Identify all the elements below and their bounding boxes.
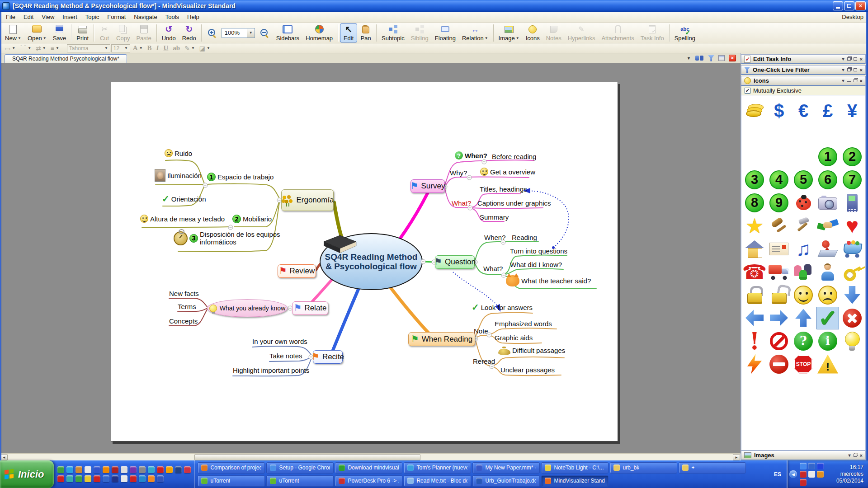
label-turn-into-questions[interactable]: Turn into questions — [510, 247, 567, 255]
quick-launch-icon[interactable] — [157, 475, 164, 482]
quick-launch-icon[interactable] — [103, 466, 109, 473]
quick-launch-icon[interactable] — [148, 466, 155, 473]
flag-white-icon[interactable] — [768, 145, 790, 168]
number-3-icon[interactable]: 3 — [743, 169, 766, 191]
menu-item-help[interactable]: Help — [183, 12, 203, 22]
sidebars-button[interactable]: Sidebars — [273, 23, 302, 42]
envelope-icon[interactable] — [768, 238, 790, 260]
topic-when-reading[interactable]: ⚑When Reading — [408, 332, 475, 346]
smiley-icon[interactable] — [792, 284, 815, 306]
cancel-icon[interactable] — [841, 307, 863, 329]
taskbar-button[interactable]: Comparison of projec... — [198, 462, 265, 474]
print-button[interactable]: Print — [73, 23, 92, 42]
scrollbar-thumb[interactable] — [194, 454, 420, 460]
dropdown-arrow-icon[interactable]: ▼ — [18, 36, 21, 40]
taskbar-button[interactable]: PowerDesk Pro 6 -> ... — [335, 475, 402, 487]
flag-black-icon[interactable] — [743, 122, 766, 145]
quick-launch-icon[interactable] — [121, 466, 127, 473]
stamp-icon[interactable] — [816, 238, 839, 260]
quick-launch-icon[interactable] — [66, 466, 73, 473]
padlock-locked-icon[interactable] — [743, 284, 766, 306]
camera-icon[interactable] — [816, 192, 839, 214]
number-2-icon[interactable]: 2 — [841, 145, 863, 168]
flag-blue-icon[interactable] — [768, 122, 790, 145]
quick-launch-icon[interactable] — [66, 475, 73, 482]
tray-icon[interactable] — [800, 479, 807, 486]
panel-header-icons[interactable]: Icons ▾ × — [741, 76, 866, 86]
arrow-right-icon[interactable] — [768, 307, 790, 329]
arrow-down-icon[interactable] — [841, 284, 863, 306]
label-what-the-teacher-said[interactable]: What the teacher said? — [506, 275, 591, 286]
menu-item-view[interactable]: View — [38, 12, 58, 22]
panel-close-icon[interactable]: × — [860, 67, 863, 73]
tray-chevron-icon[interactable]: ◀ — [789, 470, 797, 478]
handshake-icon[interactable] — [816, 215, 839, 237]
label-emphasized-words[interactable]: Emphasized words — [495, 320, 552, 328]
mobile-phone-icon[interactable] — [841, 192, 863, 214]
topic-question[interactable]: ⚑Question — [435, 255, 475, 269]
panel-close-icon[interactable]: × — [860, 453, 863, 458]
panel-float-icon[interactable] — [847, 57, 851, 61]
label-espacio-de-trabajo[interactable]: 1Espacio de trabajo — [207, 173, 274, 181]
panel-float-icon[interactable] — [854, 454, 857, 457]
panel-dropdown-icon[interactable]: ▾ — [842, 67, 844, 72]
key-icon[interactable] — [841, 261, 863, 283]
quick-launch-icon[interactable] — [57, 466, 64, 473]
label-iluminacion[interactable]: Iluminación — [155, 169, 202, 182]
label-captions-under-graphics[interactable]: Captions under graphics — [477, 199, 551, 207]
quick-launch-icon[interactable] — [75, 475, 82, 482]
quick-launch-icon[interactable] — [139, 475, 146, 482]
exclamation-icon[interactable]: ! — [743, 330, 766, 352]
label-disposicion-de-los-equipos[interactable]: 3Disposición de los equipos informáticos — [174, 230, 286, 246]
menu-item-topic[interactable]: Topic — [81, 12, 103, 22]
panel-float-icon[interactable] — [854, 79, 857, 82]
number-5-icon[interactable]: 5 — [792, 169, 815, 191]
panel-float-icon[interactable] — [847, 68, 851, 71]
menu-item-file[interactable]: File — [2, 12, 19, 22]
save-button[interactable]: Save — [50, 23, 70, 42]
person-icon[interactable] — [816, 261, 839, 283]
number-9-icon[interactable]: 9 — [768, 192, 790, 214]
taskbar-button[interactable]: Tom's Planner (nuevo... — [404, 462, 471, 474]
label-get-a-overview[interactable]: Get a overview — [480, 168, 535, 176]
quick-launch-icon[interactable] — [94, 466, 100, 473]
yen-icon[interactable]: ¥ — [841, 99, 863, 122]
quick-launch-icon[interactable] — [148, 475, 155, 482]
quick-launch-icon[interactable] — [139, 466, 146, 473]
number-6-icon[interactable]: 6 — [816, 169, 839, 191]
central-topic[interactable]: SQ4R Reading Method & Psycohological flo… — [320, 234, 422, 290]
quick-launch-icon[interactable] — [166, 466, 173, 473]
star-icon[interactable]: ★ — [743, 215, 766, 237]
info-icon[interactable]: i — [816, 330, 839, 352]
label-what-survey[interactable]: What? — [452, 199, 471, 207]
lightning-icon[interactable] — [743, 353, 766, 375]
panel-maximize-icon[interactable] — [854, 68, 857, 71]
quick-launch-icon[interactable] — [130, 466, 137, 473]
floating-button[interactable]: Floating — [432, 23, 459, 42]
minus-icon[interactable] — [768, 353, 790, 375]
label-mobiliario[interactable]: 2Mobiliario — [232, 215, 272, 223]
label-reading[interactable]: Reading — [512, 234, 537, 241]
menu-item-edit[interactable]: Edit — [19, 12, 38, 22]
quick-launch-icon[interactable] — [103, 475, 109, 482]
taskbar-button[interactable]: Download mindvisuali... — [335, 462, 402, 474]
quick-launch-icon[interactable] — [112, 466, 118, 473]
edit-button[interactable]: ↖Edit — [340, 23, 357, 42]
panel-minimize-icon[interactable] — [847, 81, 851, 82]
panel-header-edit-task-info[interactable]: Edit Task Info ▾ × — [741, 54, 866, 64]
filter-icon[interactable] — [708, 55, 714, 61]
label-terms[interactable]: Terms — [178, 303, 196, 310]
coins-icon[interactable] — [743, 99, 766, 122]
warning-icon[interactable]: ! — [816, 353, 839, 375]
undo-button[interactable]: ↺Undo — [159, 23, 179, 42]
tray-icon[interactable] — [800, 463, 807, 469]
image-button[interactable]: Image▼ — [495, 23, 523, 42]
tab-list-dropdown-icon[interactable]: ▼ — [687, 56, 691, 61]
scroll-right-arrow[interactable]: ► — [733, 454, 740, 460]
taskbar-button[interactable]: urb_bk — [610, 462, 677, 474]
menu-item-format[interactable]: Format — [103, 12, 130, 22]
zoomin-button[interactable] — [203, 23, 221, 42]
taskbar-button[interactable]: MindVisualizer Standard — [541, 475, 609, 487]
document-tab[interactable]: SQ4R Reading Method Psycohological flow* — [5, 54, 127, 63]
homemap-button[interactable]: Homemap — [302, 23, 336, 42]
